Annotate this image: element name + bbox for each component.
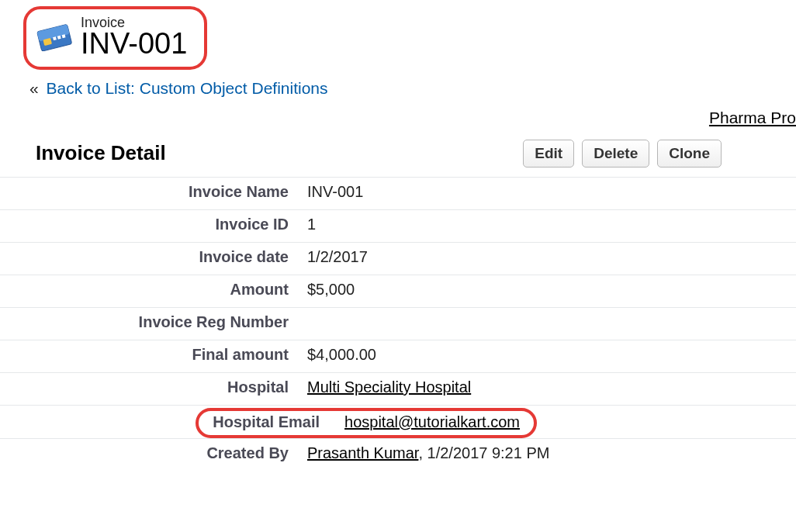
- field-label: Final amount: [0, 345, 304, 364]
- field-row-invoice-id: Invoice ID 1: [0, 209, 796, 242]
- field-row-invoice-name: Invoice Name INV-001: [0, 177, 796, 209]
- field-label: Hospital: [0, 378, 304, 396]
- clone-button[interactable]: Clone: [657, 140, 722, 168]
- invoice-card-icon: [34, 20, 73, 54]
- delete-button[interactable]: Delete: [582, 140, 649, 168]
- hospital-link[interactable]: Multi Speciality Hospital: [307, 378, 471, 396]
- field-row-amount: Amount $5,000: [0, 275, 796, 307]
- created-by-timestamp: , 1/2/2017 9:21 PM: [418, 444, 549, 461]
- field-label: Invoice Name: [0, 182, 304, 201]
- header-highlight-box: Invoice INV-001: [23, 6, 207, 70]
- detail-table: Invoice Name INV-001 Invoice ID 1 Invoic…: [0, 177, 796, 471]
- field-label: Hospital Email: [213, 413, 320, 431]
- field-value: $4,000.00: [304, 345, 796, 364]
- record-name: INV-001: [81, 28, 187, 60]
- created-by-user-link[interactable]: Prasanth Kumar: [307, 444, 418, 461]
- field-row-final-amount: Final amount $4,000.00: [0, 340, 796, 372]
- hospital-email-link[interactable]: hospital@tutorialkart.com: [344, 413, 520, 430]
- field-row-created-by: Created By Prasanth Kumar, 1/2/2017 9:21…: [0, 438, 796, 471]
- back-guillemets: «: [29, 79, 39, 97]
- pharma-pro-link[interactable]: Pharma Pro: [709, 109, 796, 126]
- field-value: Multi Speciality Hospital: [304, 378, 796, 396]
- field-value: $5,000: [304, 280, 796, 299]
- field-label: Invoice ID: [0, 215, 304, 233]
- field-row-reg-number: Invoice Reg Number: [0, 307, 796, 340]
- field-value: 1/2/2017: [304, 247, 796, 266]
- field-row-hospital: Hospital Multi Speciality Hospital: [0, 372, 796, 405]
- field-label: Amount: [0, 280, 304, 299]
- field-row-hospital-email: Hospital Email hospital@tutorialkart.com: [0, 405, 796, 438]
- field-value: INV-001: [304, 182, 796, 201]
- field-label: Created By: [0, 444, 304, 462]
- action-button-group: Edit Delete Clone: [523, 140, 722, 168]
- field-label: Invoice Reg Number: [0, 313, 304, 331]
- section-title: Invoice Detail: [36, 141, 166, 165]
- field-label: Invoice date: [0, 247, 304, 266]
- back-to-list-link[interactable]: Back to List: Custom Object Definitions: [47, 79, 328, 97]
- field-row-invoice-date: Invoice date 1/2/2017: [0, 242, 796, 275]
- edit-button[interactable]: Edit: [523, 140, 574, 168]
- hospital-email-highlight: Hospital Email hospital@tutorialkart.com: [196, 408, 537, 438]
- field-value: Prasanth Kumar, 1/2/2017 9:21 PM: [304, 444, 796, 462]
- field-value: 1: [304, 215, 796, 233]
- record-header: Invoice INV-001: [23, 6, 796, 70]
- field-value: hospital@tutorialkart.com: [344, 413, 520, 431]
